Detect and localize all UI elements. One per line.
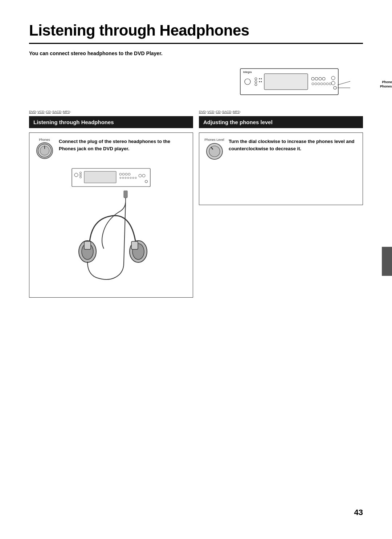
svg-point-43 [127, 177, 129, 179]
svg-point-38 [125, 173, 127, 175]
svg-point-22 [331, 76, 335, 80]
format-sacd-right: SACD [222, 110, 231, 114]
format-badges-right: DVD› VCD› CD› SACD› MP3› [199, 110, 363, 115]
phones-level-dial-svg [205, 142, 224, 160]
page-number: 43 [354, 508, 363, 517]
section-right-content: Phones Level Turn the dial clockwise to … [199, 132, 363, 205]
svg-point-13 [319, 77, 322, 80]
svg-rect-56 [131, 241, 138, 249]
svg-point-37 [122, 173, 124, 175]
svg-line-26 [338, 81, 350, 85]
svg-point-39 [128, 173, 130, 175]
section-right-header: Adjusting the phones level [199, 116, 363, 128]
phones-level-label: Phones Level [204, 138, 224, 142]
sections-content-row: Phones Connect the plug of the stereo he… [29, 132, 363, 298]
svg-point-6 [259, 78, 260, 79]
dvd-player-diagram: Integra [240, 65, 363, 99]
section-left-body: Phones Connect the plug of the stereo he… [29, 133, 193, 164]
svg-point-32 [80, 172, 82, 174]
svg-point-47 [139, 174, 142, 177]
format-dvd-left: DVD [29, 110, 36, 114]
section-right-instruction: Turn the dial clockwise to increase the … [229, 138, 358, 162]
section-left-header: Listening through Headphones [29, 116, 193, 128]
phones-dial-container: Phones [34, 138, 54, 159]
page-tab [382, 247, 392, 276]
dvd-diagram-container: Integra [240, 65, 363, 99]
svg-point-9 [261, 81, 262, 82]
dvd-player-svg: Integra [240, 65, 363, 98]
section-headers-row: Listening through Headphones Adjusting t… [29, 116, 363, 128]
svg-point-60 [209, 146, 220, 157]
phones-jack-label: Phones jack [382, 80, 392, 84]
svg-point-44 [130, 177, 131, 179]
svg-point-45 [132, 177, 134, 179]
svg-point-21 [329, 83, 331, 85]
phones-level-dial [205, 142, 224, 162]
phones-level-label-top: Phones Level [380, 85, 392, 88]
section-right-body: Phones Level Turn the dial clockwise to … [199, 133, 363, 167]
svg-point-48 [142, 174, 145, 177]
format-mp3-right: MP3 [233, 110, 240, 114]
svg-point-12 [315, 77, 318, 80]
svg-text:Integra: Integra [243, 71, 252, 74]
svg-point-7 [261, 78, 262, 79]
svg-point-42 [125, 177, 126, 179]
svg-rect-10 [264, 74, 308, 90]
format-mp3-left: MP3 [63, 110, 70, 114]
svg-point-18 [320, 83, 323, 85]
section-left-instruction: Connect the plug of the stereo headphone… [59, 138, 188, 159]
svg-point-5 [255, 83, 257, 86]
svg-point-34 [80, 176, 82, 178]
format-badges-container: DVD› VCD› CD› SACD› MP3› DVD› VCD› CD› S… [29, 110, 363, 115]
format-cd-left: CD [46, 110, 51, 114]
svg-point-24 [334, 86, 336, 89]
phones-level-dial-container: Phones Level [204, 138, 224, 162]
svg-point-8 [259, 81, 260, 82]
svg-point-15 [312, 83, 314, 85]
phones-label: Phones [39, 138, 50, 142]
format-vcd-left: VCD [37, 110, 44, 114]
svg-rect-57 [124, 191, 127, 198]
svg-point-2 [245, 79, 250, 85]
svg-point-40 [120, 177, 121, 179]
page-subtitle: You can connect stereo headphones to the… [29, 50, 363, 56]
phones-dial [36, 142, 53, 159]
format-badges-left: DVD› VCD› CD› SACD› MP3› [29, 110, 193, 115]
svg-point-19 [323, 83, 326, 85]
format-vcd-right: VCD [207, 110, 214, 114]
section-left-content: Phones Connect the plug of the stereo he… [29, 132, 193, 298]
svg-point-14 [322, 77, 325, 80]
svg-point-4 [255, 81, 257, 83]
svg-point-16 [315, 83, 317, 85]
svg-point-23 [331, 81, 335, 85]
mini-dvd-player-svg [71, 168, 151, 188]
svg-point-31 [74, 173, 78, 177]
format-dvd-right: DVD [199, 110, 206, 114]
headphones-svg [68, 191, 155, 292]
format-cd-right: CD [216, 110, 221, 114]
top-diagram-area: Integra [29, 65, 363, 99]
svg-point-41 [122, 177, 124, 179]
svg-point-17 [318, 83, 320, 85]
svg-point-20 [326, 83, 328, 85]
svg-point-11 [311, 77, 314, 80]
format-sacd-left: SACD [52, 110, 61, 114]
svg-rect-55 [84, 241, 91, 249]
svg-point-49 [145, 180, 148, 183]
svg-point-33 [80, 174, 82, 176]
svg-point-3 [255, 78, 257, 80]
phones-dial-svg [37, 142, 52, 159]
svg-point-46 [135, 177, 136, 179]
page-content: Listening through Headphones You can con… [0, 0, 392, 319]
svg-point-36 [119, 173, 122, 175]
page-title: Listening through Headphones [29, 22, 363, 44]
headphones-image-area [29, 164, 193, 297]
svg-rect-35 [84, 171, 116, 183]
